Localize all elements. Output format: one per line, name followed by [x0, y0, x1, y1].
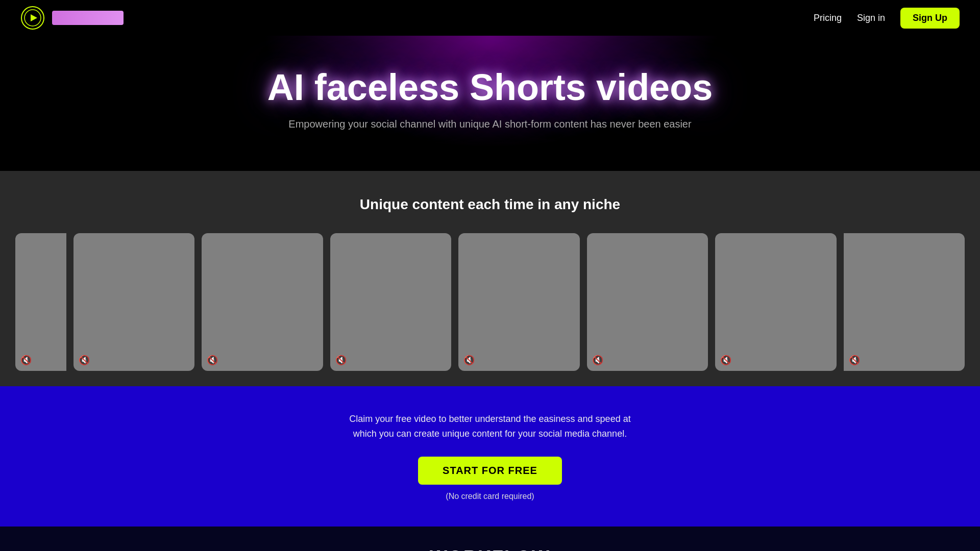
signin-link[interactable]: Sign in [857, 13, 885, 23]
video-card-4[interactable]: 🔇 [330, 233, 451, 371]
hero-section: AI faceless Shorts videos Empowering you… [0, 36, 980, 171]
video-card-2[interactable]: 🔇 [74, 233, 194, 371]
logo-text [52, 11, 124, 25]
video-card-8[interactable]: 🔇 [844, 233, 965, 371]
mute-icon-8: 🔇 [849, 355, 860, 366]
logo-icon [20, 6, 45, 30]
navbar: Pricing Sign in Sign Up [0, 0, 980, 36]
pricing-link[interactable]: Pricing [814, 13, 842, 23]
mute-icon-4: 🔇 [335, 355, 347, 366]
workflow-section: WORKFLOW [0, 527, 980, 551]
mute-icon-5: 🔇 [463, 355, 475, 366]
workflow-title: WORKFLOW [20, 547, 960, 551]
video-card-7[interactable]: 🔇 [715, 233, 836, 371]
hero-subtitle: Empowering your social channel with uniq… [20, 118, 960, 130]
mute-icon-3: 🔇 [207, 355, 218, 366]
video-card-6[interactable]: 🔇 [587, 233, 708, 371]
cta-section: Claim your free video to better understa… [0, 386, 980, 527]
video-grid: 🔇 🔇 🔇 🔇 🔇 🔇 🔇 🔇 [15, 233, 965, 371]
navbar-left [20, 6, 124, 30]
video-card-3[interactable]: 🔇 [202, 233, 323, 371]
mute-icon-1: 🔇 [20, 355, 32, 366]
video-card-1[interactable]: 🔇 [15, 233, 66, 371]
mute-icon-6: 🔇 [592, 355, 603, 366]
video-section-title: Unique content each time in any niche [15, 196, 965, 213]
cta-note: (No credit card required) [20, 492, 960, 501]
start-free-button[interactable]: START FOR FREE [418, 457, 562, 485]
cta-description: Claim your free video to better understa… [20, 412, 960, 441]
hero-title: AI faceless Shorts videos [20, 66, 960, 108]
mute-icon-2: 🔇 [79, 355, 90, 366]
mute-icon-7: 🔇 [720, 355, 731, 366]
signup-button[interactable]: Sign Up [900, 8, 960, 29]
navbar-right: Pricing Sign in Sign Up [814, 8, 960, 29]
video-card-5[interactable]: 🔇 [458, 233, 579, 371]
video-section: Unique content each time in any niche 🔇 … [0, 171, 980, 386]
